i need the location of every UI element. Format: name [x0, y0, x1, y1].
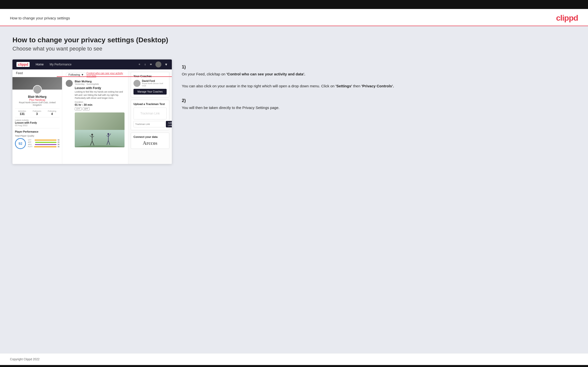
- putt-bar-row: PUTT 96: [28, 146, 60, 148]
- clippd-logo: clippd: [556, 13, 578, 23]
- coaches-title: Your Coaches: [133, 75, 167, 78]
- site-header: How to change your privacy settings clip…: [0, 9, 588, 26]
- trackman-placeholder: Trackman Link: [133, 107, 167, 119]
- profile-stats: Activities 131 Followers 3 Following 4: [15, 108, 60, 117]
- add-link-button[interactable]: Add Link: [166, 121, 172, 127]
- player-performance: Player Performance Total Player Quality …: [15, 128, 60, 149]
- trackman-input-row: Add Link: [133, 121, 167, 127]
- post-tags: OTT APP: [75, 107, 125, 110]
- instruction-2: 2) You will then be taken directly to th…: [182, 98, 576, 111]
- instruction-2-text: You will then be taken directly to the P…: [182, 105, 576, 111]
- compass-icon[interactable]: ⚭: [149, 62, 152, 66]
- user-avatar[interactable]: [155, 61, 161, 67]
- arg-bar-row: ARG 86: [28, 144, 60, 145]
- connect-title: Connect your data: [133, 135, 167, 138]
- site-footer: Copyright Clippd 2022: [0, 353, 588, 365]
- ott-bar-row: OTT 90: [28, 139, 60, 141]
- post-content: Blair McHarg Yesterday · Sunningdale Les…: [75, 80, 125, 147]
- content-row: clippd Home My Performance ⚬ ♀ ⚭ ▼: [12, 59, 576, 164]
- app-navbar: clippd Home My Performance ⚬ ♀ ⚭ ▼: [12, 59, 172, 69]
- activity-post: Blair McHarg Yesterday · Sunningdale Les…: [66, 80, 125, 147]
- ott-bar: [35, 140, 57, 141]
- arccos-brand: Arccos: [133, 140, 167, 146]
- activities-stat: Activities 131: [18, 110, 26, 116]
- screenshot-mockup: clippd Home My Performance ⚬ ♀ ⚭ ▼: [12, 59, 172, 164]
- svg-point-8: [108, 133, 109, 135]
- coach-avatar: [133, 80, 140, 87]
- upload-title: Upload a Trackman Test: [133, 103, 167, 105]
- app-body: Feed Blair McHarg Plus Handicap Royal No…: [12, 69, 172, 164]
- app-nav-icons: ⚬ ♀ ⚭ ▼: [138, 61, 168, 67]
- profile-avatar: [33, 85, 42, 94]
- instructions-col: 1) On your Feed, click/tap on 'Control w…: [182, 59, 576, 120]
- profile-name: Blair McHarg: [15, 95, 60, 99]
- app-right-sidebar: Your Coaches David Ford Royal North Devo…: [128, 69, 172, 164]
- instruction-1-number: 1): [182, 64, 576, 70]
- svg-point-2: [91, 134, 93, 135]
- instruction-2-number: 2): [182, 98, 576, 103]
- app-bar-row: APP 85: [28, 141, 60, 143]
- feed-tab[interactable]: Feed: [12, 69, 62, 77]
- post-image: [75, 112, 125, 147]
- app-sidebar: Feed Blair McHarg Plus Handicap Royal No…: [12, 69, 62, 164]
- article-title: How to change your privacy settings (Des…: [12, 36, 576, 44]
- page-title: How to change your privacy settings: [10, 16, 70, 20]
- coaches-box: Your Coaches David Ford Royal North Devo…: [131, 72, 169, 97]
- article-subtitle: Choose what you want people to see: [12, 46, 576, 52]
- upload-trackman-box: Upload a Trackman Test Trackman Link Add…: [131, 100, 169, 130]
- chevron-down-icon[interactable]: ▼: [164, 62, 168, 66]
- profile-club: Royal North Devon Golf Club, United King…: [15, 101, 60, 106]
- copyright-text: Copyright Clippd 2022: [10, 358, 40, 361]
- latest-activity: Latest Activity Lesson with Fordy 03 Aug…: [15, 117, 60, 128]
- coach-row: David Ford Royal North Devon Golf Club: [133, 80, 167, 87]
- app-tag: APP: [83, 107, 90, 110]
- coach-info: David Ford Royal North Devon Golf Club: [142, 80, 167, 87]
- quality-bars: OTT 90 APP 85: [28, 139, 60, 148]
- quality-score: 92: [15, 138, 26, 149]
- followers-stat: Followers 3: [33, 110, 41, 116]
- main-content: How to change your privacy settings (Des…: [0, 26, 588, 353]
- manage-coaches-button[interactable]: Manage Your Coaches: [133, 89, 167, 95]
- quality-inner: 92 OTT 90 APP: [15, 138, 60, 149]
- annotation-line: [57, 76, 172, 77]
- bottom-bar: [0, 365, 588, 367]
- instruction-1: 1) On your Feed, click/tap on 'Control w…: [182, 64, 576, 89]
- search-icon[interactable]: ⚬: [138, 62, 141, 66]
- nav-my-performance[interactable]: My Performance: [50, 63, 71, 66]
- instruction-1-text: On your Feed, click/tap on 'Control who …: [182, 71, 576, 89]
- ott-tag: OTT: [75, 107, 82, 110]
- trackman-link-input[interactable]: [133, 121, 165, 127]
- top-bar: [0, 0, 588, 9]
- app-logo: clippd: [16, 62, 30, 67]
- nav-home[interactable]: Home: [36, 63, 44, 66]
- profile-banner: [12, 77, 62, 90]
- post-avatar: [66, 80, 73, 87]
- profile-card: Blair McHarg Plus Handicap Royal North D…: [12, 77, 62, 152]
- arg-bar: [35, 144, 57, 145]
- svg-rect-0: [75, 130, 125, 147]
- app-bar: [35, 142, 57, 143]
- following-stat: Following 4: [48, 110, 56, 116]
- app-feed: Following ▼ Control who can see your act…: [62, 69, 128, 164]
- profile-handicap: Plus Handicap: [15, 99, 60, 101]
- putt-bar: [34, 146, 57, 147]
- chevron-down-icon: ▼: [81, 73, 84, 76]
- person-icon[interactable]: ♀: [144, 62, 147, 66]
- connect-data-box: Connect your data Arccos: [131, 133, 169, 149]
